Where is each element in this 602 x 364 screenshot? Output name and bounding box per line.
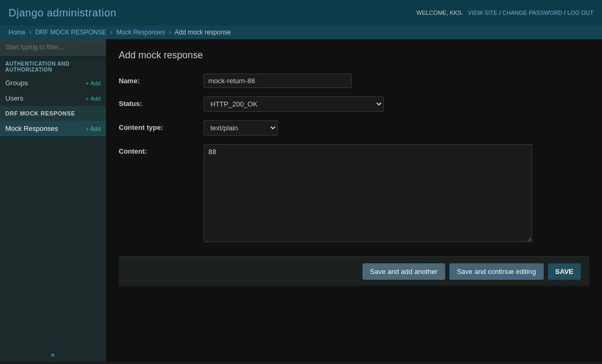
form-row-content-type: Content type: text/plain application/jso…	[119, 120, 589, 136]
status-label: Status:	[119, 96, 203, 108]
sidebar-section-drf: DRF MOCK RESPONSE	[0, 106, 106, 121]
sidebar-item-mock-label: Mock Responses	[5, 125, 58, 132]
log-out-link[interactable]: LOG OUT	[567, 10, 594, 16]
content-type-select[interactable]: text/plain application/json text/html	[203, 120, 278, 136]
breadcrumb-app[interactable]: DRF MOCK RESPONSE	[36, 29, 107, 36]
breadcrumb-sep-2: ›	[110, 29, 112, 36]
main-content: Add mock response Name: Status: HTTP_200…	[106, 39, 602, 362]
welcome-text: WELCOME, KKS.	[417, 10, 463, 16]
breadcrumb-model[interactable]: Mock Responses	[116, 29, 165, 36]
name-input[interactable]	[203, 74, 352, 88]
content-type-field: text/plain application/json text/html	[203, 120, 589, 136]
sidebar: AUTHENTICATION AND AUTHORIZATION Groups …	[0, 39, 106, 362]
save-button[interactable]: SAVE	[548, 263, 581, 280]
content-field: 88	[203, 144, 589, 244]
form-row-content: Content: 88	[119, 144, 589, 244]
sidebar-item-groups-label: Groups	[5, 79, 28, 87]
status-field: HTTP_200_OK HTTP_201_CREATED HTTP_400_BA…	[203, 96, 589, 112]
status-select[interactable]: HTTP_200_OK HTTP_201_CREATED HTTP_400_BA…	[203, 96, 384, 112]
sidebar-item-mock-responses[interactable]: Mock Responses + Add	[0, 121, 106, 136]
name-label: Name:	[119, 74, 203, 85]
sidebar-collapse-toggle[interactable]: «	[0, 347, 106, 362]
breadcrumb: Home › DRF MOCK RESPONSE › Mock Response…	[0, 25, 602, 39]
sidebar-item-groups[interactable]: Groups + Add	[0, 75, 106, 91]
add-mock-link[interactable]: + Add	[86, 126, 101, 132]
view-site-link[interactable]: VIEW SITE	[468, 10, 498, 16]
site-brand: Django administration	[8, 7, 117, 19]
form-row-name: Name:	[119, 74, 589, 88]
collapse-icon: «	[51, 350, 55, 359]
breadcrumb-current: Add mock response	[174, 29, 231, 36]
header: Django administration WELCOME, KKS. VIEW…	[0, 0, 602, 25]
breadcrumb-home[interactable]: Home	[8, 29, 25, 36]
form-row-status: Status: HTTP_200_OK HTTP_201_CREATED HTT…	[119, 96, 589, 112]
sidebar-filter-input[interactable]	[0, 39, 106, 56]
sidebar-item-users-label: Users	[5, 94, 23, 102]
name-field	[203, 74, 589, 88]
submit-row: Save and add another Save and continue e…	[119, 256, 589, 286]
content-type-label: Content type:	[119, 120, 203, 131]
change-password-link[interactable]: CHANGE PASSWORD	[502, 10, 562, 16]
page-title: Add mock response	[119, 50, 589, 61]
save-add-another-button[interactable]: Save and add another	[362, 263, 445, 280]
save-continue-button[interactable]: Save and continue editing	[449, 263, 544, 280]
main-container: AUTHENTICATION AND AUTHORIZATION Groups …	[0, 39, 602, 362]
add-user-link[interactable]: + Add	[86, 95, 101, 102]
breadcrumb-sep-1: ›	[29, 29, 31, 36]
sidebar-section-auth: AUTHENTICATION AND AUTHORIZATION	[0, 56, 106, 75]
add-group-link[interactable]: + Add	[86, 80, 101, 86]
breadcrumb-sep-3: ›	[169, 29, 171, 36]
user-tools: WELCOME, KKS. VIEW SITE / CHANGE PASSWOR…	[417, 10, 594, 16]
sidebar-item-users[interactable]: Users + Add	[0, 91, 106, 106]
content-label: Content:	[119, 144, 203, 155]
content-textarea[interactable]: 88	[203, 144, 532, 242]
